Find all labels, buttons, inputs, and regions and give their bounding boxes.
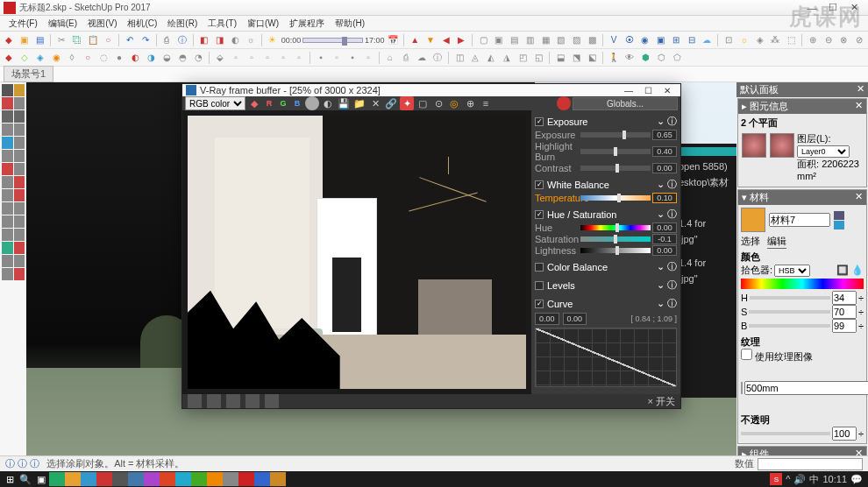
save-icon[interactable]: ▤ (32, 33, 46, 47)
tex-width[interactable] (744, 381, 868, 395)
vfb-b1-icon[interactable] (188, 394, 202, 408)
style5-icon[interactable]: ◊ (65, 51, 79, 65)
vfb-stop-icon[interactable] (557, 96, 571, 110)
pan-icon[interactable] (14, 242, 25, 254)
tb-app13[interactable] (238, 472, 254, 486)
vfb-region-icon[interactable]: ▢ (416, 96, 430, 110)
vfb-b5-icon[interactable] (265, 394, 279, 408)
style4-icon[interactable]: ◉ (49, 51, 63, 65)
sat-value[interactable]: -0.1 (652, 234, 677, 244)
temp-slider[interactable] (580, 195, 651, 201)
vfb-render-area[interactable] (182, 110, 531, 394)
use-tex-check[interactable] (741, 349, 752, 360)
h-slider[interactable] (750, 296, 830, 300)
tb-app14[interactable] (254, 472, 270, 486)
contrast-slider[interactable] (580, 166, 651, 171)
vfb-b3-icon[interactable] (226, 394, 240, 408)
tb-app5[interactable] (112, 472, 128, 486)
tb-app15[interactable] (270, 472, 286, 486)
time-slider[interactable] (302, 38, 363, 43)
menu-extensions[interactable]: 扩展程序 (284, 16, 330, 31)
vfb-globals-button[interactable]: Globals... (573, 97, 678, 110)
line-icon[interactable] (2, 110, 13, 123)
model-info-icon[interactable]: ⓘ (175, 33, 189, 47)
arc-icon[interactable] (2, 150, 13, 162)
move-icon[interactable] (14, 176, 25, 188)
wire-icon[interactable]: ◬ (468, 51, 482, 65)
face4-icon[interactable]: ▫ (361, 51, 375, 65)
tape-icon[interactable] (2, 202, 13, 215)
cloud-icon[interactable]: ☁ (701, 33, 715, 47)
style1-icon[interactable]: ◆ (2, 51, 16, 65)
menu-view[interactable]: 视图(V) (82, 16, 122, 31)
look-icon[interactable]: 👁 (623, 51, 637, 65)
style9-icon[interactable]: ◐ (128, 51, 142, 65)
tex-box[interactable] (741, 382, 743, 394)
calendar-icon[interactable]: 📅 (387, 33, 401, 47)
mat-select-tab[interactable]: 选择 (741, 235, 760, 249)
component-icon[interactable] (14, 84, 25, 96)
tb-app11[interactable] (207, 472, 223, 486)
vfb-channel-select[interactable]: RGB color (185, 96, 245, 110)
highlight-value[interactable]: 0.40 (652, 146, 677, 157)
circle-icon[interactable] (2, 137, 13, 149)
layer-select[interactable]: Layer0 (797, 145, 850, 158)
scale-icon[interactable] (14, 189, 25, 201)
mat-btn1[interactable] (834, 211, 844, 220)
tb-app12[interactable] (223, 472, 238, 486)
tb-app2[interactable] (65, 472, 81, 486)
ext2-icon[interactable]: ⬡ (654, 51, 668, 65)
open-icon[interactable]: ▣ (18, 33, 32, 47)
box6-icon[interactable]: ▧ (554, 33, 568, 47)
curve-editor[interactable] (535, 328, 677, 387)
tb-app1[interactable] (49, 472, 65, 486)
vfb-minimize[interactable]: — (619, 84, 638, 96)
mat-btn2[interactable] (834, 221, 844, 229)
vray-icon[interactable]: V (607, 33, 621, 47)
misc3-icon[interactable]: ⊗ (836, 33, 850, 47)
maximize-button[interactable]: ☐ (822, 1, 843, 15)
shaded-icon[interactable]: ◮ (500, 51, 514, 65)
section2-icon[interactable]: ⬔ (569, 51, 583, 65)
vfb-lens-icon[interactable]: ◎ (447, 96, 461, 110)
vfb-swap-icon[interactable]: ◆ (247, 96, 261, 110)
3dtext-icon[interactable] (14, 229, 25, 241)
vfb-maximize[interactable]: ☐ (638, 84, 658, 96)
cloud2-icon[interactable]: ☁ (415, 51, 429, 65)
dim-icon[interactable] (14, 202, 25, 215)
curve-x[interactable]: 0.00 (535, 313, 559, 325)
menu-draw[interactable]: 绘图(R) (162, 16, 203, 31)
eraser-icon[interactable] (14, 97, 25, 109)
measure-input[interactable] (758, 458, 863, 470)
box7-icon[interactable]: ▨ (570, 33, 584, 47)
house-icon[interactable]: ⌂ (383, 51, 397, 65)
view-right-icon[interactable]: ▫ (260, 51, 274, 65)
section-icon[interactable]: ⬓ (553, 51, 567, 65)
shape2-icon[interactable]: ▼ (423, 33, 438, 47)
s-slider[interactable] (749, 310, 830, 314)
vfb-mono-icon[interactable] (305, 96, 319, 110)
hue-bar[interactable] (741, 279, 864, 289)
arc2-icon[interactable] (14, 150, 25, 162)
entity-info-header[interactable]: ▸ 图元信息✕ (738, 99, 866, 114)
b-slider[interactable] (749, 324, 830, 328)
vfb-tool3-icon[interactable]: ≡ (479, 96, 493, 110)
box3-icon[interactable]: ▤ (508, 33, 522, 47)
view-left-icon[interactable]: ▫ (292, 51, 306, 65)
close-button[interactable]: ✕ (843, 1, 864, 15)
offset-icon[interactable] (2, 176, 13, 188)
view-front-icon[interactable]: ▫ (245, 51, 259, 65)
exposure-check[interactable] (535, 117, 544, 126)
tray-time[interactable]: 10:11 (822, 474, 847, 484)
style7-icon[interactable]: ◌ (96, 51, 110, 65)
misc1-icon[interactable]: ⊕ (806, 33, 820, 47)
walk-icon[interactable]: 🚶 (607, 51, 621, 65)
section3-icon[interactable]: ⬕ (585, 51, 599, 65)
exposure-value[interactable]: 0.65 (652, 130, 677, 140)
rotrect-icon[interactable] (14, 124, 25, 136)
style12-icon[interactable]: ◓ (175, 51, 189, 65)
view-back-icon[interactable]: ▫ (276, 51, 290, 65)
menu-window[interactable]: 窗口(W) (242, 16, 284, 31)
picker-select[interactable]: HSB (774, 265, 810, 277)
minimize-button[interactable]: — (801, 1, 822, 15)
